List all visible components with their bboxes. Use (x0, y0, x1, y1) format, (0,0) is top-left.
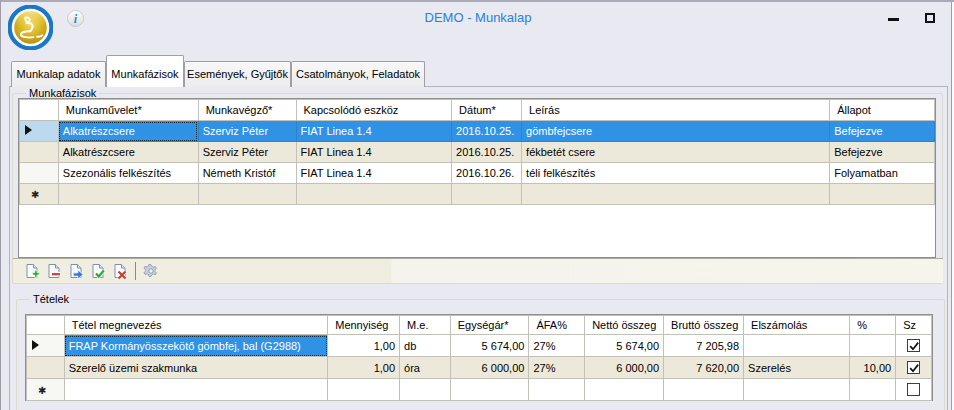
items-cell[interactable]: Szerelés (744, 357, 850, 379)
phases-cell[interactable]: gömbfejcsere (522, 121, 830, 142)
items-cell[interactable]: FRAP Kormányösszekötő gömbfej, bal (G298… (64, 335, 328, 357)
phases-cell[interactable]: FIAT Linea 1.4 (296, 163, 452, 184)
items-cell[interactable] (850, 335, 896, 357)
phases-col-header[interactable]: Dátum* (452, 100, 522, 121)
items-cell[interactable]: 7 620,00 (664, 357, 744, 379)
items-row-header[interactable] (27, 335, 65, 357)
items-cell[interactable] (328, 379, 400, 401)
phases-cell[interactable] (198, 184, 296, 205)
accept-phase-button[interactable] (90, 263, 106, 279)
phases-cell[interactable]: téli felkészítés (522, 163, 830, 184)
maximize-button[interactable] (916, 6, 944, 30)
phases-cell[interactable] (296, 184, 452, 205)
forward-phase-button[interactable] (68, 263, 84, 279)
items-cell[interactable] (400, 379, 451, 401)
items-cell[interactable] (585, 379, 664, 401)
items-cell[interactable]: 6 000,00 (585, 357, 664, 379)
items-col-header[interactable]: Nettó összeg (585, 316, 664, 335)
phases-cell[interactable]: Befejezve (830, 121, 935, 142)
items-cell[interactable] (744, 379, 850, 401)
items-cell[interactable] (896, 357, 932, 379)
items-cell[interactable]: 27% (529, 335, 585, 357)
phases-cell[interactable]: FIAT Linea 1.4 (296, 142, 452, 163)
items-cell[interactable] (850, 379, 896, 401)
items-row-header[interactable]: ✱ (27, 379, 65, 401)
phases-cell[interactable]: Alkatrészcsere (58, 142, 198, 163)
settings-button[interactable] (143, 263, 159, 279)
items-col-header[interactable]: Sz (896, 316, 932, 335)
items-cell[interactable] (529, 379, 585, 401)
minimize-button[interactable] (879, 8, 907, 30)
phases-col-header[interactable]: Munkaművelet* (58, 100, 198, 121)
items-cell[interactable] (896, 335, 932, 357)
items-cell[interactable]: 27% (529, 357, 585, 379)
checkbox-unchecked[interactable] (907, 383, 920, 396)
items-cell[interactable] (744, 335, 850, 357)
items-cell[interactable] (64, 379, 328, 401)
items-col-header[interactable]: % (850, 316, 896, 335)
items-col-header[interactable]: ÁFA% (529, 316, 585, 335)
phases-cell[interactable] (58, 184, 198, 205)
add-phase-button[interactable] (24, 263, 40, 279)
remove-phase-button[interactable] (46, 263, 62, 279)
cell-text: 2016.10.25. (456, 146, 514, 158)
items-col-header[interactable]: Mennyiség (328, 316, 400, 335)
phases-row-header[interactable] (20, 121, 59, 142)
tab-label: Események, Gyűjtők (187, 68, 288, 80)
tab-2[interactable]: Munkafázisok (106, 55, 184, 87)
items-cell[interactable]: 1,00 (328, 335, 400, 357)
phases-cell[interactable]: Németh Kristóf (198, 163, 296, 184)
phases-cell[interactable]: fékbetét csere (522, 142, 830, 163)
delete-phase-button[interactable] (112, 263, 128, 279)
phases-row-header[interactable]: ✱ (20, 184, 59, 205)
phases-cell[interactable]: Alkatrészcsere (58, 121, 198, 142)
phases-row-header[interactable] (20, 142, 59, 163)
items-cell[interactable]: 1,00 (328, 357, 400, 379)
phases-cell[interactable] (452, 184, 522, 205)
phases-cell[interactable]: Szerviz Péter (198, 121, 296, 142)
items-cell[interactable]: 5 674,00 (585, 335, 664, 357)
items-cell[interactable]: 5 674,00 (450, 335, 529, 357)
phases-col-header[interactable]: Állapot (830, 100, 935, 121)
phases-col-header[interactable]: Kapcsolódó eszköz (296, 100, 452, 121)
items-col-header[interactable]: Bruttó összeg (664, 316, 744, 335)
items-cell[interactable] (896, 379, 932, 401)
checkbox-checked[interactable] (907, 361, 920, 374)
phases-col-header[interactable]: Munkavégző* (198, 100, 296, 121)
tab-label: Munkalap adatok (17, 68, 101, 80)
items-grid-shell: Tétel megnevezésMennyiségM.e.Egységár*ÁF… (25, 314, 933, 401)
items-cell[interactable] (664, 379, 744, 401)
items-col-header[interactable]: Egységár* (450, 316, 529, 335)
phases-cell[interactable]: FIAT Linea 1.4 (296, 121, 452, 142)
phases-cell[interactable]: 2016.10.25. (452, 121, 522, 142)
phases-cell[interactable]: Szezonális felkészítés (58, 163, 198, 184)
phases-corner-header[interactable] (20, 100, 59, 121)
phases-cell[interactable] (522, 184, 830, 205)
items-cell[interactable] (450, 379, 529, 401)
phases-cell[interactable]: Befejezve (830, 142, 935, 163)
phases-grid[interactable]: Munkaművelet*Munkavégző*Kapcsolódó eszkö… (19, 99, 935, 205)
phases-cell[interactable]: 2016.10.25. (452, 142, 522, 163)
items-col-header[interactable]: Elszámolás (744, 316, 850, 335)
items-cell[interactable]: óra (400, 357, 451, 379)
items-cell[interactable]: Szerelő üzemi szakmunka (64, 357, 328, 379)
checkbox-checked[interactable] (907, 339, 920, 352)
items-col-header[interactable]: Tétel megnevezés (64, 316, 328, 335)
tab-1[interactable]: Munkalap adatok (11, 61, 106, 87)
items-cell[interactable]: 10,00 (850, 357, 896, 379)
items-cell[interactable]: 6 000,00 (450, 357, 529, 379)
tab-3[interactable]: Események, Gyűjtők (184, 61, 291, 87)
phases-cell[interactable] (830, 184, 935, 205)
phases-row-header[interactable] (20, 163, 59, 184)
phases-cell[interactable]: 2016.10.26. (452, 163, 522, 184)
items-col-header[interactable]: M.e. (400, 316, 451, 335)
phases-cell[interactable]: Szerviz Péter (198, 142, 296, 163)
items-row-header[interactable] (27, 357, 65, 379)
items-cell[interactable]: 7 205,98 (664, 335, 744, 357)
items-cell[interactable]: db (400, 335, 451, 357)
phases-cell[interactable]: Folyamatban (830, 163, 935, 184)
tab-4[interactable]: Csatolmányok, Feladatok (291, 61, 425, 87)
items-grid[interactable]: Tétel megnevezésMennyiségM.e.Egységár*ÁF… (26, 315, 932, 401)
items-corner-header[interactable] (27, 316, 65, 335)
phases-col-header[interactable]: Leírás (522, 100, 830, 121)
